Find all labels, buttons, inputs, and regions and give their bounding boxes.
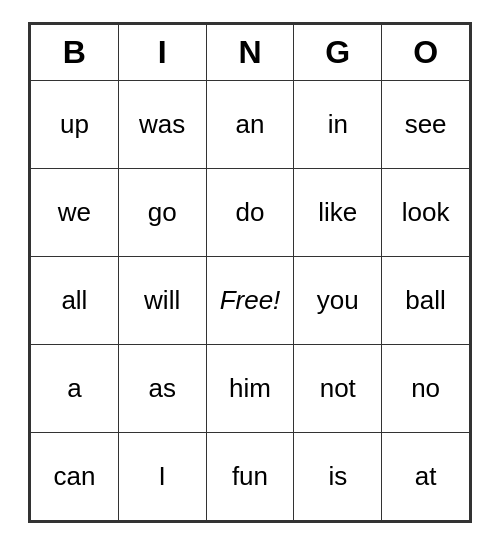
cell-r3-c3: not: [294, 344, 382, 432]
cell-r2-c4: ball: [382, 256, 470, 344]
cell-r2-c2: Free!: [206, 256, 294, 344]
header-col-o: O: [382, 24, 470, 80]
table-row: aashimnotno: [31, 344, 470, 432]
header-row: BINGO: [31, 24, 470, 80]
cell-r4-c2: fun: [206, 432, 294, 520]
cell-r2-c3: you: [294, 256, 382, 344]
table-row: canIfunisat: [31, 432, 470, 520]
cell-r3-c2: him: [206, 344, 294, 432]
table-row: wegodolikelook: [31, 168, 470, 256]
bingo-table: BINGO upwasaninseewegodolikelookallwillF…: [30, 24, 470, 521]
header-col-b: B: [31, 24, 119, 80]
cell-r4-c4: at: [382, 432, 470, 520]
header-col-n: N: [206, 24, 294, 80]
cell-r2-c1: will: [118, 256, 206, 344]
cell-r3-c4: no: [382, 344, 470, 432]
cell-r1-c1: go: [118, 168, 206, 256]
cell-r1-c0: we: [31, 168, 119, 256]
cell-r0-c1: was: [118, 80, 206, 168]
table-row: upwasaninsee: [31, 80, 470, 168]
cell-r0-c4: see: [382, 80, 470, 168]
header-col-i: I: [118, 24, 206, 80]
cell-r4-c0: can: [31, 432, 119, 520]
header-col-g: G: [294, 24, 382, 80]
cell-r0-c0: up: [31, 80, 119, 168]
cell-r4-c3: is: [294, 432, 382, 520]
cell-r1-c4: look: [382, 168, 470, 256]
cell-r0-c2: an: [206, 80, 294, 168]
cell-r2-c0: all: [31, 256, 119, 344]
table-row: allwillFree!youball: [31, 256, 470, 344]
cell-r3-c1: as: [118, 344, 206, 432]
cell-r0-c3: in: [294, 80, 382, 168]
cell-r1-c2: do: [206, 168, 294, 256]
bingo-card: BINGO upwasaninseewegodolikelookallwillF…: [28, 22, 472, 523]
cell-r1-c3: like: [294, 168, 382, 256]
cell-r3-c0: a: [31, 344, 119, 432]
cell-r4-c1: I: [118, 432, 206, 520]
